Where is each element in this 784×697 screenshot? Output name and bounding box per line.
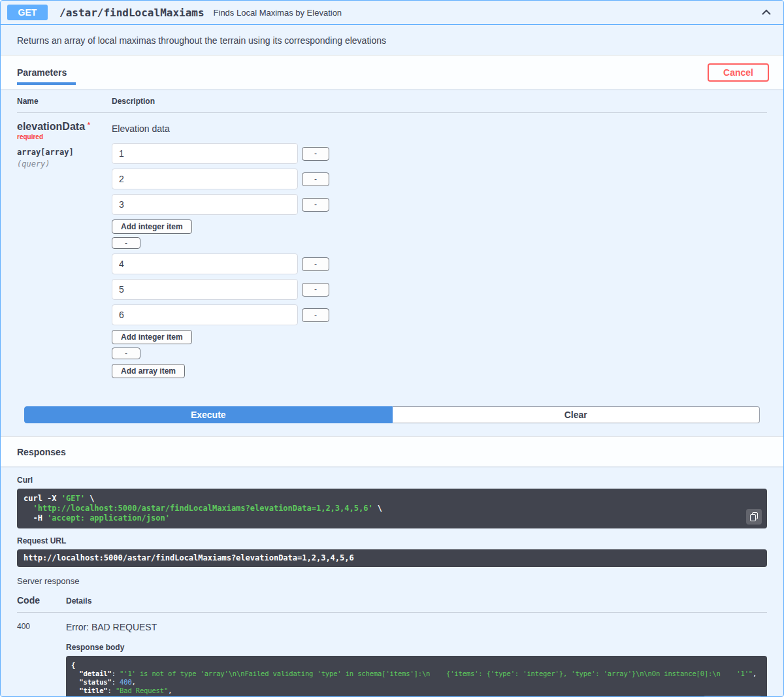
elevation-item-input-3[interactable] (112, 194, 298, 215)
swagger-operation-panel: GET /astar/findLocalMaxiams Finds Local … (0, 0, 784, 697)
json-line: { (71, 661, 762, 670)
add-integer-item-button[interactable]: Add integer item (112, 219, 192, 234)
execute-bar: Execute Clear (24, 406, 760, 423)
array-item-row: - (112, 169, 767, 189)
curl-line: -H 'accept: application/json' (24, 513, 741, 523)
parameter-row: elevationData* required array[array] (qu… (17, 113, 767, 381)
http-method-badge: GET (7, 5, 48, 20)
array-item-row: - (112, 304, 767, 325)
json-line: "title": "Bad Request", (71, 687, 762, 695)
array-item-row: - (112, 253, 767, 274)
response-body-label: Response body (66, 643, 767, 652)
curl-label: Curl (17, 476, 767, 485)
remove-item-button[interactable]: - (302, 257, 329, 271)
column-header-description: Description (112, 97, 155, 106)
remove-array-button[interactable]: - (112, 348, 140, 359)
elevation-item-input-6[interactable] (112, 304, 298, 325)
add-array-item-button[interactable]: Add array item (112, 364, 185, 378)
collapse-chevron-icon[interactable] (759, 7, 774, 18)
elevation-item-input-1[interactable] (112, 143, 298, 164)
responses-title: Responses (17, 447, 66, 461)
endpoint-summary: Finds Local Maximas by Elevation (214, 8, 342, 18)
parameter-name-text: elevationData (17, 121, 85, 132)
parameter-location: (query) (17, 159, 112, 169)
parameter-editor: Elevation data - - - Add integer item - (112, 121, 767, 381)
parameter-meta: elevationData* required array[array] (qu… (17, 121, 112, 381)
elevation-item-input-2[interactable] (112, 169, 298, 189)
elevation-item-input-5[interactable] (112, 279, 298, 300)
curl-line: curl -X 'GET' \ (24, 494, 741, 504)
execute-button[interactable]: Execute (24, 406, 393, 423)
response-status-code: 400 (17, 619, 66, 697)
parameters-table: Name Description elevationData* required… (1, 89, 783, 423)
remove-array-button[interactable]: - (112, 237, 140, 249)
cancel-button[interactable]: Cancel (708, 63, 769, 82)
request-url-label: Request URL (17, 536, 767, 545)
request-url-block: http://localhost:5000/astar/findLocalMax… (17, 549, 767, 567)
remove-item-button[interactable]: - (302, 308, 329, 322)
column-header-code: Code (17, 595, 66, 606)
curl-command-block: curl -X 'GET' \ 'http://localhost:5000/a… (17, 489, 767, 528)
operation-summary-bar[interactable]: GET /astar/findLocalMaxiams Finds Local … (1, 1, 783, 25)
json-line: "status": 400, (71, 678, 762, 687)
parameters-header: Parameters Cancel (1, 55, 783, 89)
array-item-row: - (112, 143, 767, 164)
request-url-text: http://localhost:5000/astar/findLocalMax… (24, 553, 760, 563)
remove-item-button[interactable]: - (302, 172, 329, 186)
parameters-title: Parameters (17, 59, 76, 85)
server-response-row: 400 Error: BAD REQUEST Response body { "… (17, 613, 767, 697)
column-header-details: Details (66, 596, 91, 606)
remove-item-button[interactable]: - (302, 283, 329, 297)
add-integer-item-button[interactable]: Add integer item (112, 330, 192, 344)
response-error-title: Error: BAD REQUEST (66, 622, 767, 632)
elevation-item-input-4[interactable] (112, 253, 298, 274)
remove-item-button[interactable]: - (302, 198, 329, 212)
parameter-name: elevationData* required (17, 121, 112, 144)
parameters-table-head: Name Description (17, 97, 767, 113)
curl-line: 'http://localhost:5000/astar/findLocalMa… (24, 504, 741, 513)
copy-curl-button[interactable] (746, 509, 762, 525)
server-response-label: Server response (17, 576, 767, 586)
array-item-row: - (112, 194, 767, 215)
responses-content: Curl curl -X 'GET' \ 'http://localhost:5… (1, 466, 783, 697)
copy-icon (750, 512, 758, 521)
column-header-name: Name (17, 97, 112, 106)
parameter-description: Elevation data (112, 123, 767, 134)
clear-button[interactable]: Clear (393, 406, 760, 423)
array-item-row: - (112, 279, 767, 300)
responses-header: Responses (1, 436, 783, 466)
json-line: "detail": "'1' is not of type 'array'\n\… (71, 670, 762, 678)
response-body-block: { "detail": "'1' is not of type 'array'\… (66, 656, 767, 697)
server-response-table-head: Code Details (17, 591, 767, 613)
parameter-type: array[array] (17, 148, 112, 157)
response-details: Error: BAD REQUEST Response body { "deta… (66, 619, 767, 697)
remove-item-button[interactable]: - (302, 147, 329, 161)
endpoint-path: /astar/findLocalMaxiams (59, 7, 204, 19)
endpoint-description: Returns an array of local maximas throug… (1, 25, 783, 55)
